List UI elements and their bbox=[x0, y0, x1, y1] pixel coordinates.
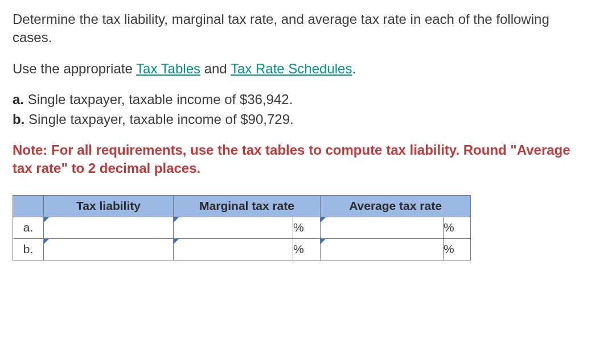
row-b-average-unit: % bbox=[444, 238, 471, 260]
row-a-average-unit: % bbox=[444, 217, 471, 238]
table-header-row: Tax liability Marginal tax rate Average … bbox=[13, 195, 471, 217]
answer-table: Tax liability Marginal tax rate Average … bbox=[13, 195, 471, 260]
scenario-list: a. Single taxpayer, taxable income of $3… bbox=[13, 90, 578, 129]
row-a-marginal-cell[interactable] bbox=[174, 217, 293, 238]
scenario-a-label: a. bbox=[13, 92, 24, 107]
tax-rate-schedules-link[interactable]: Tax Rate Schedules bbox=[231, 61, 352, 76]
row-a-liability-cell[interactable] bbox=[44, 217, 174, 238]
header-average-rate: Average tax rate bbox=[321, 195, 471, 217]
input-flag-icon bbox=[174, 217, 179, 222]
question-intro: Determine the tax liability, marginal ta… bbox=[13, 10, 578, 47]
row-b-label: b. bbox=[13, 238, 44, 260]
instruction-line: Use the appropriate Tax Tables and Tax R… bbox=[13, 60, 578, 78]
note-text: Note: For all requirements, use the tax … bbox=[13, 141, 578, 178]
row-a-average-input[interactable] bbox=[321, 217, 443, 238]
instruction-mid: and bbox=[200, 61, 231, 76]
scenario-b-text: Single taxpayer, taxable income of $90,7… bbox=[24, 111, 293, 127]
row-a-liability-input[interactable] bbox=[44, 217, 173, 238]
scenario-b: b. Single taxpayer, taxable income of $9… bbox=[13, 110, 578, 129]
instruction-prefix: Use the appropriate bbox=[13, 61, 136, 76]
header-tax-liability: Tax liability bbox=[44, 195, 174, 217]
scenario-a: a. Single taxpayer, taxable income of $3… bbox=[13, 90, 578, 109]
input-flag-icon bbox=[174, 239, 179, 244]
row-b-marginal-input[interactable] bbox=[174, 239, 293, 260]
row-a-average-cell[interactable] bbox=[321, 217, 444, 238]
row-b-liability-cell[interactable] bbox=[44, 238, 174, 260]
row-b-average-cell[interactable] bbox=[321, 238, 444, 260]
row-b-marginal-unit: % bbox=[293, 238, 321, 260]
row-a-marginal-input[interactable] bbox=[174, 217, 293, 238]
row-b-average-input[interactable] bbox=[321, 239, 443, 260]
row-b-liability-input[interactable] bbox=[44, 239, 173, 260]
scenario-a-text: Single taxpayer, taxable income of $36,9… bbox=[24, 92, 293, 107]
header-marginal-rate: Marginal tax rate bbox=[174, 195, 321, 217]
tax-tables-link[interactable]: Tax Tables bbox=[136, 61, 200, 76]
row-a-label: a. bbox=[13, 217, 44, 238]
table-row-a: a. % % bbox=[13, 217, 471, 238]
scenario-b-label: b. bbox=[13, 111, 24, 127]
header-corner bbox=[13, 195, 44, 217]
row-a-marginal-unit: % bbox=[293, 217, 321, 238]
input-flag-icon bbox=[44, 217, 49, 222]
row-b-marginal-cell[interactable] bbox=[174, 238, 293, 260]
input-flag-icon bbox=[321, 217, 326, 222]
input-flag-icon bbox=[44, 239, 49, 244]
instruction-suffix: . bbox=[352, 61, 356, 76]
input-flag-icon bbox=[321, 239, 326, 244]
table-row-b: b. % % bbox=[13, 238, 471, 260]
